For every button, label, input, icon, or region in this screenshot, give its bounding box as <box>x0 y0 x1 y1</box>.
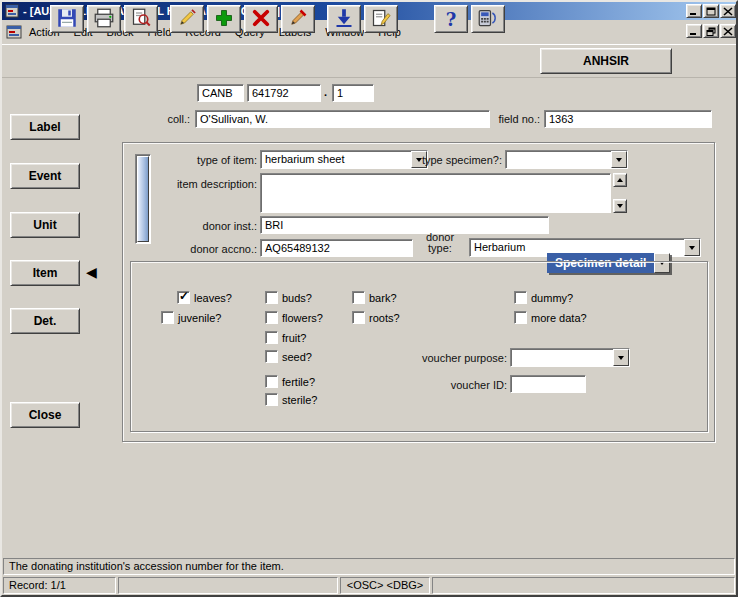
voucher-id-field[interactable] <box>510 375 586 393</box>
checkbox-box[interactable] <box>161 311 174 324</box>
voucher-purpose-value <box>511 349 613 366</box>
dropdown-arrow-icon[interactable] <box>613 349 629 366</box>
help-button[interactable]: ? <box>434 5 468 33</box>
checkbox-flowers[interactable]: flowers? <box>265 311 323 324</box>
print-button[interactable] <box>87 5 121 33</box>
type-specimen-value <box>506 151 611 168</box>
checkbox-box[interactable] <box>514 311 527 324</box>
pencil-eraser-icon <box>288 8 308 30</box>
voucher-purpose-combo[interactable] <box>510 348 630 367</box>
type-specimen-label: type specimen?: <box>397 154 502 166</box>
collector-label: coll.: <box>132 113 190 125</box>
checkbox-box[interactable] <box>265 311 278 324</box>
insert-record-button[interactable] <box>207 5 241 33</box>
close-form-button[interactable]: Close <box>10 402 80 428</box>
print-preview-button[interactable] <box>124 5 158 33</box>
checkbox-label: fruit? <box>282 332 306 344</box>
checkbox-buds[interactable]: buds? <box>265 291 312 304</box>
red-x-icon <box>251 8 271 30</box>
delete-record-button[interactable] <box>244 5 278 33</box>
checkbox-bark[interactable]: bark? <box>352 291 397 304</box>
scroll-up-button[interactable] <box>613 173 627 187</box>
checkbox-label: fertile? <box>282 376 315 388</box>
checkbox-fruit[interactable]: fruit? <box>265 331 306 344</box>
checkbox-box[interactable] <box>265 375 278 388</box>
checkbox-leaves[interactable]: leaves? <box>177 291 232 304</box>
checkbox-fertile[interactable]: fertile? <box>265 375 315 388</box>
status-record-count: Record: 1/1 <box>3 577 116 594</box>
checkbox-roots[interactable]: roots? <box>352 311 400 324</box>
checkbox-label: flowers? <box>282 312 323 324</box>
scroll-down-button[interactable] <box>613 199 627 213</box>
child-minimize-button[interactable] <box>686 24 702 38</box>
checkbox-box[interactable] <box>265 393 278 406</box>
plus-icon <box>214 8 234 30</box>
show-keys-button[interactable] <box>471 5 505 33</box>
maximize-button[interactable] <box>703 4 719 18</box>
det-button[interactable]: Det. <box>10 308 80 334</box>
collector-field[interactable] <box>195 110 490 128</box>
child-window-icon[interactable] <box>6 24 22 40</box>
checkbox-box[interactable] <box>352 291 365 304</box>
item-button[interactable]: Item <box>10 260 80 286</box>
label-button[interactable]: Label <box>10 114 80 140</box>
event-button[interactable]: Event <box>10 163 80 189</box>
status-panel-empty-2 <box>432 577 735 594</box>
checkbox-label: seed? <box>282 351 312 363</box>
donor-accno-field[interactable] <box>260 239 413 257</box>
child-close-button[interactable] <box>720 24 736 38</box>
current-block-arrow-icon: ◀ <box>86 264 97 280</box>
checkbox-box[interactable] <box>177 291 190 304</box>
donor-inst-label: donor inst.: <box>122 220 257 232</box>
execute-query-button[interactable] <box>327 5 361 33</box>
donor-accno-label: donor accno.: <box>122 243 257 255</box>
herbarium-code-field[interactable] <box>197 84 244 102</box>
item-number-field[interactable] <box>332 84 374 102</box>
app-icon <box>5 4 19 18</box>
status-hint: The donating institution's accession num… <box>3 558 735 575</box>
donor-inst-field[interactable] <box>260 216 549 234</box>
minimize-button[interactable] <box>686 4 702 18</box>
checkbox-sterile[interactable]: sterile? <box>265 393 317 406</box>
voucher-purpose-label: voucher purpose: <box>362 352 507 364</box>
checkbox-more-data[interactable]: more data? <box>514 311 587 324</box>
edit-button[interactable] <box>364 5 398 33</box>
save-icon <box>57 8 77 30</box>
checkbox-label: bark? <box>369 292 397 304</box>
donor-type-label-line2: type: <box>415 243 465 254</box>
down-arrow-icon <box>617 204 623 208</box>
checkbox-label: sterile? <box>282 394 317 406</box>
dropdown-arrow-icon[interactable] <box>611 151 627 168</box>
dropdown-arrow-icon[interactable] <box>684 239 700 256</box>
print-preview-icon <box>131 8 151 30</box>
checkbox-seed[interactable]: seed? <box>265 350 312 363</box>
checkbox-box[interactable] <box>265 331 278 344</box>
field-no-label: field no.: <box>480 113 540 125</box>
checkbox-box[interactable] <box>352 311 365 324</box>
down-arrow-icon <box>334 8 354 30</box>
checkbox-box[interactable] <box>265 291 278 304</box>
voucher-id-label: voucher ID: <box>397 379 507 391</box>
close-button[interactable] <box>720 4 736 18</box>
app-window: - [AUSTRALIAN NATIONAL HERBARIUM (CANB)]… <box>0 0 738 597</box>
checkbox-dummy[interactable]: dummy? <box>514 291 573 304</box>
type-specimen-combo[interactable] <box>505 150 628 169</box>
unit-button[interactable]: Unit <box>10 212 80 238</box>
accession-number-field[interactable] <box>247 84 321 102</box>
up-arrow-icon <box>617 178 623 182</box>
save-button[interactable] <box>50 5 84 33</box>
item-description-field[interactable] <box>260 173 611 213</box>
checkbox-box[interactable] <box>265 350 278 363</box>
pencil-icon <box>177 8 197 30</box>
anhsir-button[interactable]: ANHSIR <box>540 48 672 74</box>
enter-query-button[interactable] <box>170 5 204 33</box>
checkbox-juvenile[interactable]: juvenile? <box>161 311 221 324</box>
checkbox-box[interactable] <box>514 291 527 304</box>
print-icon <box>94 8 114 30</box>
cancel-query-button[interactable] <box>281 5 315 33</box>
checkbox-label: buds? <box>282 292 312 304</box>
status-panel-empty-1 <box>118 577 338 594</box>
field-no-field[interactable] <box>544 110 712 128</box>
child-restore-button[interactable] <box>703 24 719 38</box>
checkbox-label: dummy? <box>531 292 573 304</box>
